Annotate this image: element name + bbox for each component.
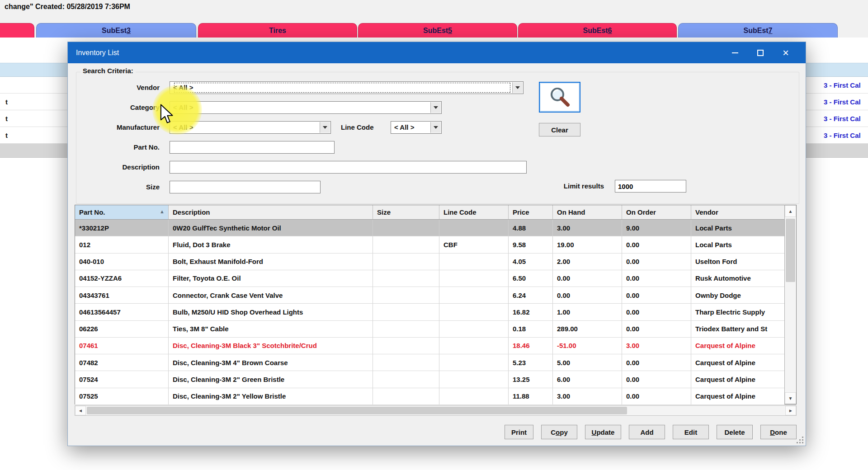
add-button[interactable]: Add <box>629 425 665 439</box>
cell-line-code <box>439 220 509 236</box>
table-row[interactable]: 012Fluid, Dot 3 BrakeCBF9.5819.000.00Loc… <box>75 236 796 253</box>
cell-vendor: Local Parts <box>691 220 785 236</box>
delete-button[interactable]: Delete <box>717 425 753 439</box>
table-row[interactable]: 07525Disc, Cleaning-3M 2" Yellow Bristle… <box>75 388 796 405</box>
description-input[interactable] <box>170 161 527 174</box>
column-header-vendor[interactable]: Vendor <box>691 205 785 219</box>
resize-grip[interactable] <box>795 435 803 443</box>
cell-part-no: 07461 <box>75 338 169 354</box>
tab-tires[interactable]: Tires <box>198 23 357 38</box>
edit-button[interactable]: Edit <box>673 425 709 439</box>
cell-price: 6.24 <box>509 287 553 303</box>
chevron-down-icon[interactable] <box>512 82 523 93</box>
limit-results-input[interactable] <box>615 180 686 193</box>
limit-results-label: Limit results <box>541 180 604 193</box>
cell-price: 9.58 <box>509 236 553 253</box>
cell-vendor: Rusk Automotive <box>691 270 785 287</box>
cell-line-code <box>439 371 509 387</box>
search-button[interactable] <box>539 82 580 113</box>
update-button[interactable]: Update <box>585 425 621 439</box>
table-row[interactable]: 07461Disc, Cleaning-3M Black 3" Scotchbr… <box>75 338 796 354</box>
cell-price: 18.46 <box>509 338 553 354</box>
table-row[interactable]: 04343761Connector, Crank Case Vent Valve… <box>75 287 796 304</box>
column-header-price[interactable]: Price <box>509 205 553 219</box>
tab-label: SubEst <box>743 27 768 35</box>
tab-partial[interactable] <box>0 23 34 38</box>
horizontal-scroll-thumb[interactable] <box>87 407 627 414</box>
column-header-size[interactable]: Size <box>373 205 439 219</box>
minimize-button[interactable] <box>722 42 748 63</box>
cell-on-hand: 0.00 <box>553 270 622 287</box>
table-row[interactable]: 04152-YZZA6Filter, Toyota O.E. Oil6.500.… <box>75 270 796 287</box>
tab-subest-7[interactable]: SubEst 7 <box>678 23 838 38</box>
column-header-on-order[interactable]: On Order <box>622 205 691 219</box>
cell-on-hand: 0.00 <box>553 287 622 303</box>
cell-price: 0.18 <box>509 321 553 337</box>
chevron-down-icon[interactable] <box>430 122 441 133</box>
column-header-part-no[interactable]: Part No.▲ <box>75 205 169 219</box>
maximize-button[interactable] <box>748 42 773 63</box>
horizontal-scrollbar[interactable]: ◄ ► <box>75 405 797 416</box>
chevron-down-icon[interactable] <box>320 122 330 133</box>
tab-label: SubEst <box>423 27 448 35</box>
vertical-scroll-thumb[interactable] <box>786 219 795 282</box>
table-row[interactable]: 040-010Bolt, Exhaust Manifold-Ford4.052.… <box>75 254 796 270</box>
tab-subest-5[interactable]: SubEst 5 <box>358 23 517 38</box>
column-label: Part No. <box>79 208 105 216</box>
cell-vendor: Local Parts <box>691 236 785 253</box>
dialog-titlebar[interactable]: Inventory List × <box>68 42 806 63</box>
copy-button[interactable]: Copy <box>541 425 577 439</box>
scroll-up-button[interactable]: ▲ <box>785 205 796 217</box>
table-row[interactable]: 06226Ties, 3M 8" Cable0.18289.000.00Trio… <box>75 321 796 338</box>
done-button[interactable]: Done <box>760 425 797 439</box>
print-button[interactable]: Print <box>505 425 533 439</box>
window-controls: × <box>722 42 798 63</box>
chevron-down-icon[interactable] <box>430 102 441 113</box>
cell-on-hand: 3.00 <box>553 220 622 236</box>
cell-description: Bulb, M250/U HID Shop Overhead Lights <box>169 304 373 320</box>
clear-button[interactable]: Clear <box>539 123 580 136</box>
cell-size <box>373 304 439 320</box>
column-header-on-hand[interactable]: On Hand <box>553 205 622 219</box>
cell-description: Disc, Cleaning-3M 4" Brown Coarse <box>169 354 373 371</box>
category-dropdown[interactable]: < All > <box>170 101 442 114</box>
cell-vendor: Triodex Battery and St <box>691 321 785 337</box>
vendor-label: Vendor <box>77 81 160 94</box>
table-row[interactable]: 07482Disc, Cleaning-3M 4" Brown Coarse5.… <box>75 354 796 371</box>
table-row[interactable]: *330212P0W20 GulfTec Synthetic Motor Oil… <box>75 220 796 236</box>
cell-line-code: CBF <box>439 236 509 253</box>
search-criteria-label: Search Criteria: <box>80 67 136 75</box>
tab-subest-3[interactable]: SubEst 3 <box>36 23 196 38</box>
grid-header-row: Part No.▲DescriptionSizeLine CodePriceOn… <box>75 205 796 220</box>
cell-part-no: 04613564457 <box>75 304 169 320</box>
magnifier-icon <box>545 85 574 109</box>
part-no-input[interactable] <box>170 141 335 154</box>
close-icon: × <box>783 47 789 58</box>
category-label: Category <box>77 101 160 114</box>
table-row[interactable]: 04613564457Bulb, M250/U HID Shop Overhea… <box>75 304 796 320</box>
vertical-scrollbar[interactable]: ▲ ▼ <box>784 205 797 404</box>
size-input[interactable] <box>170 181 321 193</box>
close-button[interactable]: × <box>773 42 798 63</box>
cell-size <box>373 287 439 303</box>
line-code-dropdown[interactable]: < All > <box>391 121 442 134</box>
cell-vendor: Carquest of Alpine <box>691 354 785 371</box>
cell-size <box>373 338 439 354</box>
cell-on-hand: -51.00 <box>553 338 622 354</box>
manufacturer-dropdown[interactable]: < All > <box>170 121 331 134</box>
cell-part-no: 012 <box>75 236 169 253</box>
table-row[interactable]: 07524Disc, Cleaning-3M 2" Green Bristle1… <box>75 371 796 388</box>
vendor-dropdown[interactable]: < All > <box>170 81 524 94</box>
scroll-down-button[interactable]: ▼ <box>785 392 796 404</box>
tab-subest-6[interactable]: SubEst 6 <box>518 23 677 38</box>
cell-line-code <box>439 354 509 371</box>
tab-hotkey: 6 <box>608 27 612 35</box>
column-label: Price <box>513 208 529 216</box>
scroll-right-button[interactable]: ► <box>785 406 796 415</box>
cell-vendor: Tharp Electric Supply <box>691 304 785 320</box>
column-header-description[interactable]: Description <box>169 205 373 219</box>
cell-line-code <box>439 287 509 303</box>
column-header-line-code[interactable]: Line Code <box>439 205 509 219</box>
scroll-left-button[interactable]: ◄ <box>75 406 86 415</box>
cell-on-order: 0.00 <box>622 388 691 404</box>
